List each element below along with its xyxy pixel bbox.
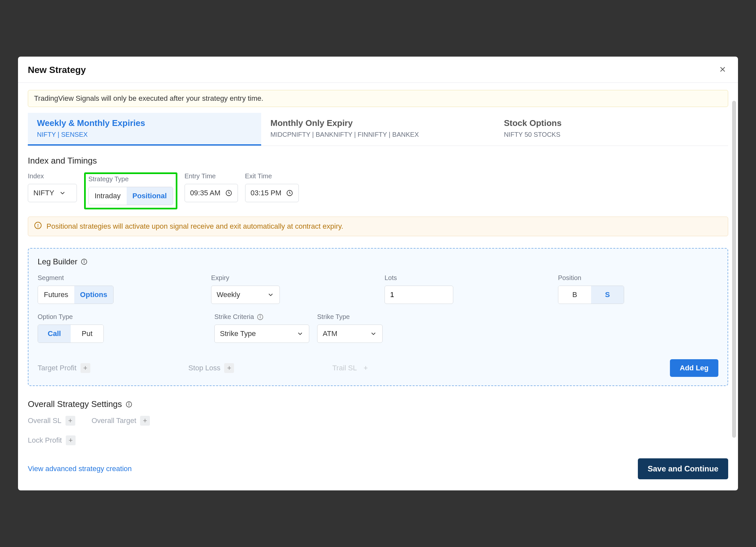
tab-title: Stock Options (504, 118, 719, 128)
expiry-value: Weekly (217, 290, 240, 299)
trail-sl-label: Trail SL (332, 364, 357, 372)
modal-header: New Strategy (18, 57, 738, 83)
expiry-select[interactable]: Weekly (211, 285, 280, 304)
segment-field: Segment Futures Options (38, 274, 198, 304)
futures-button[interactable]: Futures (38, 286, 74, 303)
lock-profit-label: Lock Profit (28, 436, 62, 445)
lots-field: Lots (385, 274, 545, 304)
svg-point-5 (84, 260, 84, 261)
tab-subtitle: MIDCPNIFTY | BANKNIFTY | FINNIFTY | BANK… (270, 131, 485, 138)
advanced-creation-link[interactable]: View advanced strategy creation (28, 465, 132, 473)
strike-criteria-label-row: Strike Criteria (214, 313, 309, 320)
close-button[interactable] (717, 64, 728, 76)
strike-type-field: Strike Type ATM (317, 313, 383, 343)
exit-time-label: Exit Time (245, 173, 299, 180)
tab-weekly-monthly[interactable]: Weekly & Monthly Expiries NIFTY | SENSEX (28, 113, 261, 146)
buy-button[interactable]: B (558, 286, 591, 303)
index-field: Index NIFTY (28, 173, 77, 210)
positional-button[interactable]: Positional (127, 187, 173, 205)
save-continue-button[interactable]: Save and Continue (638, 458, 728, 479)
positional-warning-banner: Positional strategies will activate upon… (28, 217, 728, 236)
lots-label: Lots (385, 274, 545, 282)
trail-sl-add: Trail SL + (332, 363, 370, 373)
call-button[interactable]: Call (38, 325, 71, 342)
plus-icon: + (81, 363, 90, 373)
tab-monthly-only[interactable]: Monthly Only Expiry MIDCPNIFTY | BANKNIF… (261, 113, 495, 146)
strike-criteria-select[interactable]: Strike Type (214, 324, 309, 343)
warning-text: Positional strategies will activate upon… (46, 222, 343, 231)
signal-info-banner: TradingView Signals will only be execute… (28, 90, 728, 107)
scrollbar[interactable] (732, 101, 736, 438)
entry-time-value: 09:35 AM (190, 189, 221, 197)
tab-stock-options[interactable]: Stock Options NIFTY 50 STOCKS (495, 113, 728, 146)
leg-builder-title: Leg Builder (38, 257, 77, 266)
options-button[interactable]: Options (74, 286, 113, 303)
target-profit-add[interactable]: Target Profit + (38, 363, 90, 373)
chevron-down-icon (370, 330, 377, 337)
option-type-label: Option Type (38, 313, 201, 320)
tab-title: Monthly Only Expiry (270, 118, 485, 128)
overall-target-add[interactable]: Overall Target + (92, 416, 150, 426)
svg-point-3 (38, 227, 38, 227)
tab-title: Weekly & Monthly Expiries (37, 118, 252, 128)
option-type-field: Option Type Call Put (38, 313, 201, 343)
strike-type-value: ATM (323, 329, 337, 338)
overall-row-2: Lock Profit + (28, 435, 728, 445)
position-field: Position B S (558, 274, 718, 304)
target-profit-label: Target Profit (38, 364, 77, 372)
chevron-down-icon (59, 190, 66, 197)
chevron-down-icon (297, 330, 304, 337)
leg-row-2: Option Type Call Put Strike Criteria (38, 313, 718, 343)
strike-fields: Strike Criteria Strike Type (214, 313, 542, 343)
overall-target-label: Overall Target (92, 416, 136, 425)
entry-time-input[interactable]: 09:35 AM (185, 184, 238, 202)
strike-type-label: Strike Type (317, 313, 383, 320)
overall-heading: Overall Strategy Settings (28, 399, 122, 409)
tab-subtitle: NIFTY 50 STOCKS (504, 131, 719, 138)
entry-time-field: Entry Time 09:35 AM (185, 173, 238, 210)
expiry-tabs: Weekly & Monthly Expiries NIFTY | SENSEX… (28, 113, 728, 146)
lots-input[interactable] (385, 285, 453, 304)
overall-sl-add[interactable]: Overall SL + (28, 416, 75, 426)
strategy-type-field: Strategy Type Intraday Positional (84, 173, 177, 210)
svg-point-9 (129, 403, 129, 403)
strike-criteria-field: Strike Criteria Strike Type (214, 313, 309, 343)
index-timings-heading: Index and Timings (28, 156, 728, 166)
entry-time-label: Entry Time (185, 173, 238, 180)
plus-icon: + (66, 435, 76, 445)
info-icon[interactable] (257, 313, 264, 320)
plus-icon: + (140, 416, 150, 426)
add-leg-button[interactable]: Add Leg (670, 359, 718, 377)
chevron-down-icon (267, 291, 274, 298)
info-icon[interactable] (125, 401, 133, 408)
intraday-button[interactable]: Intraday (89, 187, 127, 205)
lock-profit-add[interactable]: Lock Profit + (28, 435, 76, 445)
info-icon (34, 222, 42, 231)
strike-type-select[interactable]: ATM (317, 324, 383, 343)
lots-value[interactable] (390, 290, 448, 299)
tab-subtitle: NIFTY | SENSEX (37, 131, 252, 138)
index-label: Index (28, 173, 77, 180)
info-icon[interactable] (81, 258, 88, 265)
exit-time-value: 03:15 PM (251, 189, 281, 197)
exit-time-field: Exit Time 03:15 PM (245, 173, 299, 210)
overall-row-1: Overall SL + Overall Target + (28, 416, 728, 426)
index-select[interactable]: NIFTY (28, 184, 77, 202)
new-strategy-modal: New Strategy TradingView Signals will on… (18, 57, 738, 490)
strategy-type-label: Strategy Type (88, 175, 173, 183)
leg-row-1: Segment Futures Options Expiry Weekly (38, 274, 718, 304)
segment-label: Segment (38, 274, 198, 282)
sell-button[interactable]: S (591, 286, 624, 303)
stop-loss-label: Stop Loss (189, 364, 221, 372)
put-button[interactable]: Put (71, 325, 103, 342)
leg-builder-panel: Leg Builder Segment Futures Options Expi… (28, 248, 728, 386)
stop-loss-add[interactable]: Stop Loss + (189, 363, 234, 373)
strike-criteria-value: Strike Type (220, 329, 256, 338)
close-icon (718, 70, 727, 75)
exit-time-input[interactable]: 03:15 PM (245, 184, 299, 202)
strategy-type-toggle: Intraday Positional (88, 187, 173, 205)
overall-settings-section: Overall Strategy Settings Overall SL + O… (28, 399, 728, 445)
overall-heading-row: Overall Strategy Settings (28, 399, 728, 409)
plus-icon: + (224, 363, 234, 373)
option-type-toggle: Call Put (38, 324, 104, 343)
